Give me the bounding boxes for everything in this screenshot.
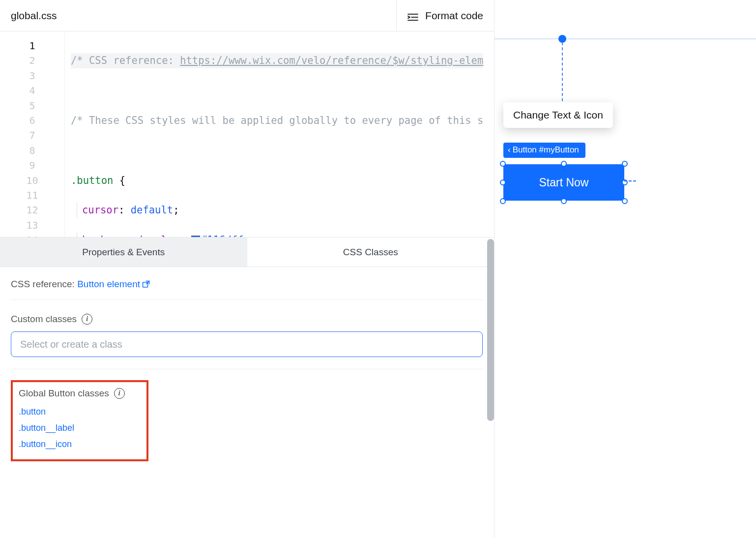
preview-button-element[interactable]: Start Now bbox=[503, 164, 624, 201]
info-icon[interactable]: i bbox=[82, 314, 92, 325]
line-number: 11 bbox=[0, 188, 64, 203]
global-classes-highlight: Global Button classes i .button.button__… bbox=[11, 380, 148, 461]
bottom-panel: Properties & EventsCSS Classes CSS refer… bbox=[0, 237, 494, 538]
custom-classes-input[interactable] bbox=[11, 331, 483, 357]
line-number: 4 bbox=[0, 83, 64, 98]
custom-classes-label: Custom classes i bbox=[11, 314, 483, 325]
css-reference-label: CSS reference: bbox=[11, 279, 75, 289]
panel-tabs: Properties & EventsCSS Classes bbox=[0, 237, 494, 267]
tab-properties-events[interactable]: Properties & Events bbox=[0, 238, 247, 267]
change-text-icon-tooltip[interactable]: Change Text & Icon bbox=[503, 102, 613, 128]
format-code-label: Format code bbox=[425, 10, 483, 22]
preview-button-label: Start Now bbox=[539, 176, 589, 189]
line-number: 2 bbox=[0, 53, 64, 68]
code-property: cursor bbox=[82, 204, 118, 216]
info-icon[interactable]: i bbox=[114, 388, 125, 399]
line-number: 10 bbox=[0, 173, 64, 188]
chevron-left-icon: ‹ bbox=[508, 145, 511, 155]
resize-handle[interactable] bbox=[561, 161, 567, 167]
format-code-button[interactable]: Format code bbox=[396, 0, 494, 31]
code-selector: .button bbox=[71, 175, 113, 186]
resize-handle[interactable] bbox=[561, 198, 567, 204]
external-link-icon bbox=[142, 280, 150, 291]
line-number: 8 bbox=[0, 143, 64, 158]
global-class-item[interactable]: .button__icon bbox=[19, 436, 141, 452]
divider bbox=[11, 369, 483, 369]
global-class-item[interactable]: .button__label bbox=[19, 420, 141, 436]
resize-handle[interactable] bbox=[622, 198, 628, 204]
code-comment: /* CSS reference: bbox=[71, 55, 180, 66]
global-class-item[interactable]: .button bbox=[19, 404, 141, 420]
ruler-handle[interactable] bbox=[558, 35, 566, 43]
tab-css-classes[interactable]: CSS Classes bbox=[247, 238, 494, 267]
line-number: 1 bbox=[0, 38, 64, 53]
code-link[interactable]: https://www.wix.com/velo/reference/$w/st… bbox=[180, 55, 483, 66]
resize-handle[interactable] bbox=[500, 198, 506, 204]
preview-canvas[interactable]: Change Text & Icon ‹ Button #myButton St… bbox=[494, 0, 756, 538]
guide-line bbox=[624, 180, 636, 181]
editor-header: global.css Format code bbox=[0, 0, 494, 31]
code-comment: /* These CSS styles will be applied glob… bbox=[71, 115, 483, 126]
scrollbar[interactable] bbox=[487, 239, 494, 421]
resize-handle[interactable] bbox=[622, 161, 628, 167]
resize-handle[interactable] bbox=[500, 161, 506, 167]
code-editor[interactable]: 1234567891011121314 /* CSS reference: ht… bbox=[0, 31, 494, 237]
line-number: 7 bbox=[0, 128, 64, 143]
line-number: 6 bbox=[0, 113, 64, 128]
code-content[interactable]: /* CSS reference: https://www.wix.com/ve… bbox=[65, 31, 489, 237]
line-number: 9 bbox=[0, 158, 64, 173]
code-value: default bbox=[131, 204, 173, 216]
line-number: 5 bbox=[0, 98, 64, 113]
line-number: 14 bbox=[0, 233, 64, 237]
selection-breadcrumb[interactable]: ‹ Button #myButton bbox=[503, 143, 585, 158]
line-gutter: 1234567891011121314 bbox=[0, 31, 65, 237]
format-icon bbox=[407, 12, 418, 20]
resize-handle[interactable] bbox=[500, 179, 506, 185]
guide-line bbox=[562, 42, 563, 106]
line-number: 13 bbox=[0, 218, 64, 233]
divider bbox=[11, 299, 483, 300]
line-number: 12 bbox=[0, 203, 64, 217]
line-number: 3 bbox=[0, 68, 64, 83]
file-name: global.css bbox=[11, 10, 57, 22]
css-reference-link[interactable]: Button element bbox=[77, 279, 150, 289]
global-classes-label: Global Button classes i bbox=[19, 388, 141, 399]
ruler bbox=[494, 38, 756, 39]
